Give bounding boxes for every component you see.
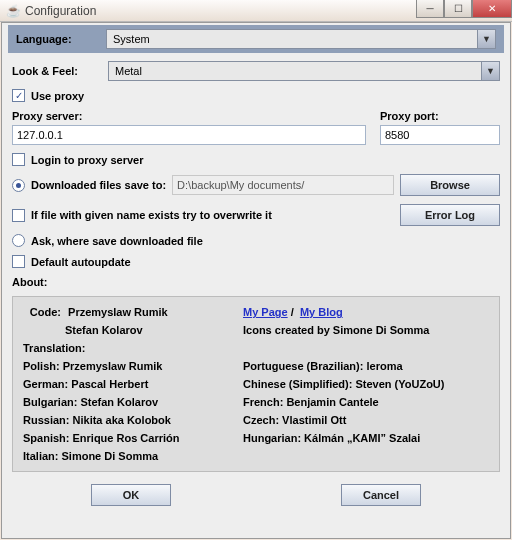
lookfeel-row: Look & Feel: Metal ▼ (2, 57, 510, 85)
language-label: Language: (16, 33, 106, 45)
trans-hungarian: Hungarian: Kálmán „KAMI” Szalai (243, 432, 489, 444)
titlebar: ☕ Configuration ─ ☐ ✕ (0, 0, 512, 22)
login-proxy-check[interactable]: Login to proxy server (2, 149, 510, 170)
my-page-link[interactable]: My Page (243, 306, 288, 318)
proxy-port-input[interactable] (380, 125, 500, 145)
trans-german: German: Pascal Herbert (23, 378, 243, 390)
overwrite-row: If file with given name exists try to ov… (2, 200, 510, 230)
overwrite-checkbox[interactable] (12, 209, 25, 222)
trans-portuguese: Portuguese (Brazilian): leroma (243, 360, 489, 372)
chevron-down-icon[interactable]: ▼ (481, 62, 499, 80)
language-row: Language: System ▼ (8, 25, 504, 53)
login-proxy-label: Login to proxy server (31, 154, 143, 166)
proxy-server-label: Proxy server: (12, 110, 366, 122)
checkbox-icon[interactable] (12, 255, 25, 268)
proxy-fields-row: Proxy server: Proxy port: (2, 106, 510, 149)
lookfeel-label: Look & Feel: (12, 65, 102, 77)
trans-chinese: Chinese (Simplified): Steven (YoUZoU) (243, 378, 489, 390)
dialog-buttons: OK Cancel (2, 480, 510, 514)
checkbox-icon[interactable] (12, 153, 25, 166)
content-pane: Language: System ▼ Look & Feel: Metal ▼ … (1, 22, 511, 539)
browse-button[interactable]: Browse (400, 174, 500, 196)
lookfeel-value: Metal (115, 65, 142, 77)
use-proxy-label: Use proxy (31, 90, 84, 102)
ok-button[interactable]: OK (91, 484, 171, 506)
code-author-2: Stefan Kolarov (65, 324, 143, 336)
saveto-row: Downloaded files save to: D:\backup\My d… (2, 170, 510, 200)
translation-label: Translation: (23, 342, 243, 354)
trans-bulgarian: Bulgarian: Stefan Kolarov (23, 396, 243, 408)
java-icon: ☕ (6, 4, 20, 18)
minimize-button[interactable]: ─ (416, 0, 444, 18)
autoupdate-label: Default autoupdate (31, 256, 131, 268)
errorlog-button[interactable]: Error Log (400, 204, 500, 226)
code-author-1: Przemyslaw Rumik (68, 306, 168, 318)
close-button[interactable]: ✕ (472, 0, 512, 18)
trans-italian: Italian: Simone Di Somma (23, 450, 243, 462)
ask-save-radio-row[interactable]: Ask, where save downloaded file (2, 230, 510, 251)
window-title: Configuration (25, 4, 96, 18)
icons-credit: Icons created by Simone Di Somma (243, 324, 489, 336)
trans-czech: Czech: Vlastimil Ott (243, 414, 489, 426)
about-box: Code: Przemyslaw Rumik My Page / My Blog… (12, 296, 500, 472)
code-label: Code: (23, 306, 61, 318)
proxy-server-input[interactable] (12, 125, 366, 145)
trans-french: French: Benjamin Cantele (243, 396, 489, 408)
language-combo[interactable]: System ▼ (106, 29, 496, 49)
maximize-button[interactable]: ☐ (444, 0, 472, 18)
ask-save-radio[interactable] (12, 234, 25, 247)
lookfeel-combo[interactable]: Metal ▼ (108, 61, 500, 81)
trans-polish: Polish: Przemyslaw Rumik (23, 360, 243, 372)
use-proxy-check[interactable]: ✓ Use proxy (2, 85, 510, 106)
proxy-port-label: Proxy port: (380, 110, 500, 122)
link-sep: / (291, 306, 294, 318)
ask-save-label: Ask, where save downloaded file (31, 235, 203, 247)
language-value: System (113, 33, 150, 45)
autoupdate-check[interactable]: Default autoupdate (2, 251, 510, 272)
saveto-path: D:\backup\My documents/ (172, 175, 394, 195)
overwrite-label: If file with given name exists try to ov… (31, 209, 394, 221)
saveto-radio[interactable] (12, 179, 25, 192)
cancel-button[interactable]: Cancel (341, 484, 421, 506)
checkbox-icon[interactable]: ✓ (12, 89, 25, 102)
about-label: About: (2, 272, 510, 292)
chevron-down-icon[interactable]: ▼ (477, 30, 495, 48)
trans-russian: Russian: Nikita aka Kolobok (23, 414, 243, 426)
trans-spanish: Spanish: Enrique Ros Carrión (23, 432, 243, 444)
saveto-label: Downloaded files save to: (31, 179, 166, 191)
my-blog-link[interactable]: My Blog (300, 306, 343, 318)
